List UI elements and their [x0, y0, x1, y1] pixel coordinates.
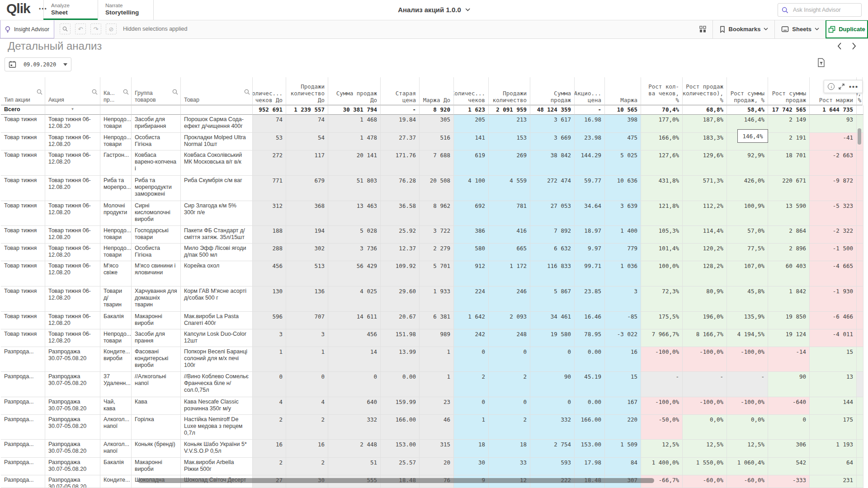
tab-analyze-sheet[interactable]: Analyze Sheet — [43, 0, 98, 20]
tab-narrate-storytelling[interactable]: Narrate Storytelling — [98, 0, 154, 20]
column-header[interactable]: Старая цена — [381, 77, 420, 105]
dimension-cell[interactable]: 37 Удаленн... — [100, 372, 132, 397]
column-search-icon[interactable] — [123, 89, 129, 95]
column-header[interactable]: Количес... чеков До — [253, 77, 286, 105]
search-input[interactable] — [792, 6, 857, 14]
dimension-cell[interactable]: Разпрода... — [1, 415, 45, 440]
dimension-cell[interactable]: Разпродажа 30.07-05.08.20 — [45, 397, 100, 415]
column-header[interactable]: Продажи количество До — [286, 77, 328, 105]
dimension-cell[interactable]: Товар тижня 06-12.08.20 — [45, 150, 100, 176]
dimension-cell[interactable]: Господарські товари — [132, 226, 181, 244]
dimension-cell[interactable]: Корм ГАВ М'ясне асорті д/собак 500 г — [181, 286, 253, 312]
clear-selections-icon[interactable]: ⊘ — [106, 23, 117, 34]
dimension-cell[interactable]: Алкогол... напої — [100, 415, 132, 440]
dimension-cell[interactable]: Прокладки Molped Ultra Normal 10шт — [181, 133, 253, 150]
dimension-cell[interactable]: Товар тижня — [1, 286, 45, 312]
filter-funnel-icon[interactable] — [816, 58, 826, 68]
app-title-menu[interactable]: Анализ акций 1.0.0 — [398, 6, 470, 14]
dimension-cell[interactable]: Товар тижня 06-12.08.20 — [45, 312, 100, 329]
column-search-icon[interactable] — [92, 89, 98, 95]
date-filter[interactable]: 09.09.2020 — [5, 57, 71, 71]
dimension-cell[interactable]: Разпродажа 30.07-05.08.20 — [45, 415, 100, 440]
column-header[interactable]: Акция — [45, 77, 100, 105]
dimension-cell[interactable]: Ковбаса варено-копчена і — [132, 150, 181, 176]
dimension-cell[interactable]: Разпродажа 30.07-05.08.20 — [45, 458, 100, 475]
dimension-cell[interactable]: Товар тижня 06-12.08.20 — [45, 261, 100, 286]
dimension-cell[interactable]: Товар тижня — [1, 312, 45, 329]
dimension-cell[interactable]: Товар тижня 06-12.08.20 — [45, 115, 100, 133]
dimension-cell[interactable]: Ковбаса Соколівський МК Московська в/г в… — [181, 150, 253, 176]
dimension-cell[interactable]: Товар тижня — [1, 329, 45, 347]
smart-search-icon[interactable] — [60, 23, 71, 34]
duplicate-button[interactable]: Duplicate — [826, 20, 868, 38]
column-header[interactable]: Маржа До — [420, 77, 454, 105]
dimension-cell[interactable]: Товар тижня 06-12.08.20 — [45, 133, 100, 150]
dimension-cell[interactable]: //Алкогольні напої — [132, 372, 181, 397]
dimension-cell[interactable]: Товар тижня — [1, 244, 45, 261]
dimension-cell[interactable]: Коньяк (бренді) — [132, 440, 181, 458]
dimension-cell[interactable]: М'ясо свинини і яловичини — [132, 261, 181, 286]
info-icon[interactable]: i — [828, 83, 835, 90]
insight-advisor-search[interactable] — [778, 3, 862, 17]
column-header[interactable]: Количес... чеков — [454, 77, 489, 105]
dimension-cell[interactable]: Капсули Losk Duo-Color 12шт — [181, 329, 253, 347]
dimension-cell[interactable]: Непродо... товари — [100, 226, 132, 244]
insight-advisor-button[interactable]: Insight Advisor — [0, 20, 54, 38]
dimension-cell[interactable]: Гастрон... — [100, 150, 132, 176]
dimension-cell[interactable]: Товар тижня — [1, 133, 45, 150]
next-sheet-icon[interactable] — [852, 42, 856, 50]
column-header[interactable]: Маржа — [605, 77, 641, 105]
dimension-cell[interactable]: Непродо... товари — [100, 244, 132, 261]
column-header[interactable]: Продажи количество — [489, 77, 530, 105]
dimension-cell[interactable]: Кондите... — [100, 475, 132, 488]
column-header[interactable]: Сумма продаж — [530, 77, 575, 105]
dimension-cell[interactable]: Чай, кава — [100, 397, 132, 415]
column-search-icon[interactable] — [172, 89, 178, 95]
dimension-cell[interactable]: М'ясо свіже — [100, 261, 132, 286]
dimension-cell[interactable]: Товар тижня — [1, 261, 45, 286]
dimension-cell[interactable]: Товар тижня — [1, 226, 45, 244]
undo-selection-icon[interactable]: ↶ — [75, 23, 86, 34]
dimension-cell[interactable]: Особиста Гігієна — [132, 133, 181, 150]
dimension-cell[interactable]: Макаронні вироби — [132, 458, 181, 475]
dimension-cell[interactable]: Товар тижня 06-12.08.20 — [45, 226, 100, 244]
column-header[interactable]: Рост суммы продаж — [768, 77, 810, 105]
dimension-cell[interactable]: Бакалія — [100, 312, 132, 329]
dimension-cell[interactable]: Фасовані кондитерські вироби — [132, 347, 181, 372]
dimension-cell[interactable]: Товар тижня — [1, 201, 45, 226]
dimension-cell[interactable]: Алкогол... напої — [100, 440, 132, 458]
dimension-cell[interactable]: Молочні продукти — [100, 201, 132, 226]
dimension-cell[interactable]: Товар тижня — [1, 150, 45, 176]
dimension-cell[interactable]: Разпрода... — [1, 475, 45, 488]
dimension-cell[interactable]: Горілка — [132, 415, 181, 440]
bookmarks-button[interactable]: Bookmarks — [713, 20, 775, 38]
dimension-cell[interactable]: Настійка Nemiroff De Luxe медова з перце… — [181, 415, 253, 440]
dimension-cell[interactable]: Риба та морепродукти заморожені — [132, 176, 181, 201]
sheet-grid-icon[interactable] — [693, 20, 712, 38]
dimension-cell[interactable]: Разпрода... — [1, 440, 45, 458]
column-search-icon[interactable] — [244, 89, 250, 95]
column-header[interactable]: Рост продаж (количество), % — [683, 77, 727, 105]
vertical-scrollbar[interactable] — [858, 128, 861, 145]
column-header[interactable]: Тип акции — [1, 77, 45, 105]
dimension-cell[interactable]: Сир Злагода к/м 5% 300г п/е — [181, 201, 253, 226]
dimension-cell[interactable]: Макаронні вироби — [132, 312, 181, 329]
column-header[interactable]: Акцио... цена — [575, 77, 605, 105]
redo-selection-icon[interactable]: ↷ — [90, 23, 101, 34]
dimension-cell[interactable]: Засоби для прання — [132, 329, 181, 347]
dimension-cell[interactable]: Бакалія — [100, 458, 132, 475]
dimension-cell[interactable]: Товар тижня 06-12.08.20 — [45, 244, 100, 261]
dimension-cell[interactable]: Товар тижня 06-12.08.20 — [45, 286, 100, 312]
dimension-cell[interactable]: Товар тижня — [1, 115, 45, 133]
column-header[interactable]: Товар — [181, 77, 253, 105]
dimension-cell[interactable]: Товар тижня 06-12.08.20 — [45, 201, 100, 226]
dimension-cell[interactable]: Харчування для домашніх тварин — [132, 286, 181, 312]
dimension-cell[interactable]: Мило Эфф Лісові ягоди д/пак 500 мл — [181, 244, 253, 261]
dimension-cell[interactable]: Мак.вироби La Pasta Спагеті 400г — [181, 312, 253, 329]
dimension-cell[interactable]: Товар тижня 06-12.08.20 — [45, 176, 100, 201]
column-search-icon[interactable] — [37, 89, 42, 95]
dimension-cell[interactable]: Разпрода... — [1, 372, 45, 397]
dimension-cell[interactable]: Кава — [132, 397, 181, 415]
column-header[interactable]: Рост суммы продаж, % — [727, 77, 768, 105]
dimension-cell[interactable]: Непродо... товари — [100, 115, 132, 133]
